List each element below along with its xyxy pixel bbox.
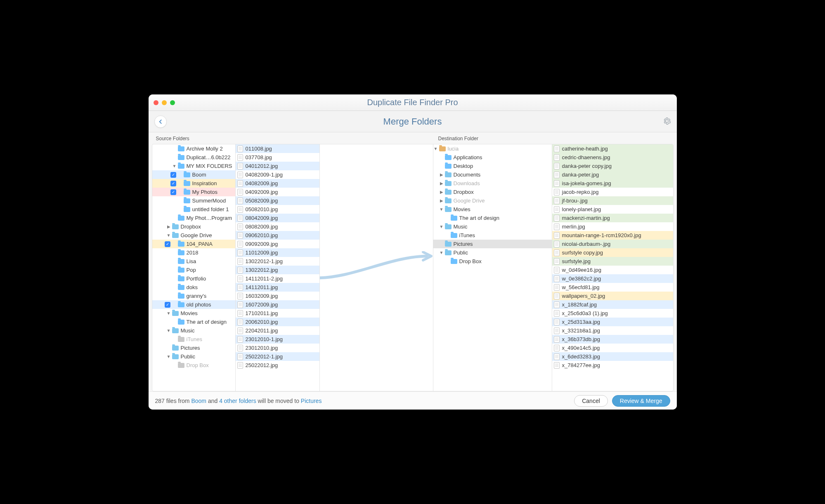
source-tree-item[interactable]: Pop bbox=[152, 266, 235, 274]
dest-file-item[interactable]: w_0e3862c2.jpg bbox=[552, 274, 673, 283]
disclosure-triangle-icon[interactable]: ▼ bbox=[166, 328, 171, 333]
disclosure-triangle-icon[interactable]: ▼ bbox=[439, 224, 444, 229]
dest-tree-item[interactable]: The art of design bbox=[433, 214, 552, 222]
source-tree-item[interactable]: SummerMood bbox=[152, 196, 235, 205]
dest-tree-item[interactable]: ▼lucia bbox=[433, 144, 552, 153]
source-tree-item[interactable]: Portfolio bbox=[152, 274, 235, 283]
source-tree-item[interactable]: Archive Molly 2 bbox=[152, 144, 235, 153]
dest-file-item[interactable]: x_25c6d0a3 (1).jpg bbox=[552, 309, 673, 318]
source-file-item[interactable]: 08042009.jpg bbox=[236, 214, 319, 222]
source-tree-item[interactable]: ▼MY MIX FOLDERS bbox=[152, 162, 235, 170]
dest-file-item[interactable]: danka-peter.jpg bbox=[552, 170, 673, 179]
source-tree-item[interactable]: ▼Google Drive bbox=[152, 231, 235, 240]
dest-tree-item[interactable]: Desktop bbox=[433, 162, 552, 170]
disclosure-triangle-icon[interactable]: ▶ bbox=[439, 181, 444, 186]
dest-file-item[interactable]: isa-jokela-gomes.jpg bbox=[552, 179, 673, 188]
source-file-item[interactable]: 08082009.jpg bbox=[236, 222, 319, 231]
dest-file-item[interactable]: mackenzi-martin.jpg bbox=[552, 214, 673, 222]
dest-tree-item[interactable]: ▶Dropbox bbox=[433, 188, 552, 196]
dest-file-item[interactable]: jf-brou-.jpg bbox=[552, 196, 673, 205]
checkbox-icon[interactable]: ✓ bbox=[170, 189, 176, 195]
checkbox-icon[interactable]: ✓ bbox=[170, 181, 176, 186]
dest-file-item[interactable]: merlin.jpg bbox=[552, 222, 673, 231]
dest-file-item[interactable]: jacob-repko.jpg bbox=[552, 188, 673, 196]
destination-files-column[interactable]: catherine-heath.jpgcedric-dhaenens.jpgda… bbox=[552, 144, 673, 391]
dest-tree-item[interactable]: ▼Movies bbox=[433, 205, 552, 214]
source-file-item[interactable]: 04082009-1.jpg bbox=[236, 170, 319, 179]
source-tree-item[interactable]: ✓My Photos bbox=[152, 188, 235, 196]
source-tree-item[interactable]: ▼Public bbox=[152, 352, 235, 361]
source-tree-item[interactable]: doks bbox=[152, 283, 235, 292]
source-tree-item[interactable]: Duplicat…6.0b222 bbox=[152, 153, 235, 162]
source-tree-item[interactable]: My Phot…Program bbox=[152, 214, 235, 222]
source-file-item[interactable]: 14112011.jpg bbox=[236, 283, 319, 292]
source-tree-item[interactable]: Lisa bbox=[152, 257, 235, 266]
dest-file-item[interactable]: x_6ded3283.jpg bbox=[552, 352, 673, 361]
source-tree-item[interactable]: granny's bbox=[152, 292, 235, 300]
dest-file-item[interactable]: catherine-heath.jpg bbox=[552, 144, 673, 153]
source-tree-item[interactable]: 2018 bbox=[152, 248, 235, 257]
dest-tree-item[interactable]: Drop Box bbox=[433, 257, 552, 266]
source-tree-item[interactable]: ✓Inspiration bbox=[152, 179, 235, 188]
settings-button[interactable] bbox=[663, 117, 671, 126]
source-tree-column[interactable]: Archive Molly 2Duplicat…6.0b222▼MY MIX F… bbox=[152, 144, 236, 391]
dest-tree-item[interactable]: ▼Music bbox=[433, 222, 552, 231]
disclosure-triangle-icon[interactable]: ▼ bbox=[439, 207, 444, 212]
source-tree-item[interactable]: Drop Box bbox=[152, 361, 235, 370]
source-tree-item[interactable]: ▶Dropbox bbox=[152, 222, 235, 231]
disclosure-triangle-icon[interactable]: ▶ bbox=[439, 172, 444, 177]
dest-tree-item[interactable]: ▶Documents bbox=[433, 170, 552, 179]
dest-file-item[interactable]: danka-peter copy.jpg bbox=[552, 162, 673, 170]
source-file-item[interactable]: 04082009.jpg bbox=[236, 179, 319, 188]
dest-file-item[interactable]: w_56ecfd81.jpg bbox=[552, 283, 673, 292]
dest-file-item[interactable]: x_36b373db.jpg bbox=[552, 335, 673, 344]
source-file-item[interactable]: 16032009.jpg bbox=[236, 292, 319, 300]
source-file-item[interactable]: 04012012.jpg bbox=[236, 162, 319, 170]
source-file-item[interactable]: 09062010.jpg bbox=[236, 231, 319, 240]
source-file-item[interactable]: 22042011.jpg bbox=[236, 326, 319, 335]
dest-file-item[interactable]: x_784277ee.jpg bbox=[552, 361, 673, 370]
disclosure-triangle-icon[interactable]: ▶ bbox=[439, 190, 444, 194]
source-file-item[interactable]: 23012010.jpg bbox=[236, 344, 319, 352]
dest-file-item[interactable]: x_490e14c5.jpg bbox=[552, 344, 673, 352]
checkbox-icon[interactable]: ✓ bbox=[170, 172, 176, 178]
dest-file-item[interactable]: surfstyle copy.jpg bbox=[552, 248, 673, 257]
disclosure-triangle-icon[interactable]: ▼ bbox=[433, 146, 438, 151]
dest-tree-item[interactable]: ▶Downloads bbox=[433, 179, 552, 188]
dest-tree-item[interactable]: Applications bbox=[433, 153, 552, 162]
dest-tree-item[interactable]: ▼Public bbox=[433, 248, 552, 257]
source-file-item[interactable]: 037708.jpg bbox=[236, 153, 319, 162]
source-tree-item[interactable]: iTunes bbox=[152, 335, 235, 344]
source-tree-item[interactable]: ▼Music bbox=[152, 326, 235, 335]
source-file-item[interactable]: 20062010.jpg bbox=[236, 318, 319, 326]
dest-file-item[interactable]: nicolai-durbaum-.jpg bbox=[552, 240, 673, 248]
source-file-item[interactable]: 04092009.jpg bbox=[236, 188, 319, 196]
source-file-item[interactable]: 13022012-1.jpg bbox=[236, 257, 319, 266]
source-file-item[interactable]: 05082010.jpg bbox=[236, 205, 319, 214]
dest-file-item[interactable]: mountain-range-1-rcm1920x0.jpg bbox=[552, 231, 673, 240]
dest-file-item[interactable]: lonely-planet.jpg bbox=[552, 205, 673, 214]
cancel-button[interactable]: Cancel bbox=[574, 395, 608, 407]
source-file-item[interactable]: 05082009.jpg bbox=[236, 196, 319, 205]
source-file-item[interactable]: 17102011.jpg bbox=[236, 309, 319, 318]
source-tree-item[interactable]: untitled folder 1 bbox=[152, 205, 235, 214]
source-tree-item[interactable]: ▼Movies bbox=[152, 309, 235, 318]
source-file-item[interactable]: 14112011-2.jpg bbox=[236, 274, 319, 283]
dest-file-item[interactable]: x_1882fcaf.jpg bbox=[552, 300, 673, 309]
dest-file-item[interactable]: cedric-dhaenens.jpg bbox=[552, 153, 673, 162]
disclosure-triangle-icon[interactable]: ▼ bbox=[166, 354, 171, 359]
disclosure-triangle-icon[interactable]: ▼ bbox=[439, 250, 444, 255]
source-file-item[interactable]: 23012010-1.jpg bbox=[236, 335, 319, 344]
source-file-item[interactable]: 25022012-1.jpg bbox=[236, 352, 319, 361]
source-tree-item[interactable]: ✓old photos bbox=[152, 300, 235, 309]
source-file-item[interactable]: 09092009.jpg bbox=[236, 240, 319, 248]
dest-tree-item[interactable]: Pictures bbox=[433, 240, 552, 248]
source-file-item[interactable]: 11012009.jpg bbox=[236, 248, 319, 257]
dest-file-item[interactable]: x_25d313aa.jpg bbox=[552, 318, 673, 326]
source-file-item[interactable]: 13022012.jpg bbox=[236, 266, 319, 274]
disclosure-triangle-icon[interactable]: ▼ bbox=[166, 233, 171, 238]
source-files-column[interactable]: 011008.jpg037708.jpg04012012.jpg04082009… bbox=[236, 144, 320, 391]
source-tree-item[interactable]: Pictures bbox=[152, 344, 235, 352]
destination-tree-column[interactable]: ▼luciaApplicationsDesktop▶Documents▶Down… bbox=[433, 144, 552, 391]
source-file-item[interactable]: 25022012.jpg bbox=[236, 361, 319, 370]
